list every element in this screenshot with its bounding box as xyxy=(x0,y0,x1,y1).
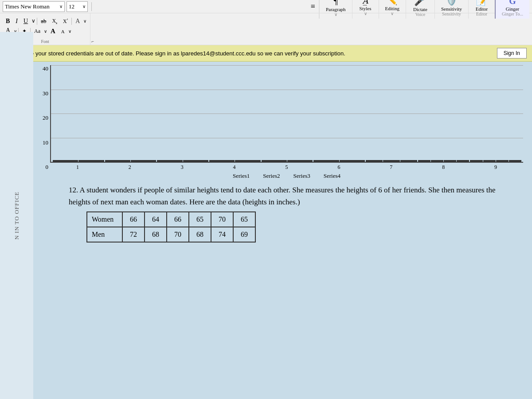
bar-8-s1 xyxy=(418,160,430,162)
table-row-women: Women 66 64 66 65 70 65 xyxy=(87,212,255,227)
bar-5-s1 xyxy=(262,160,287,162)
hamburger-menu[interactable]: ≡ xyxy=(307,0,319,19)
bar-group-4 xyxy=(209,160,261,162)
w-val-6: 65 xyxy=(233,212,255,227)
small-a-button[interactable]: A xyxy=(59,28,67,35)
w-val-4: 65 xyxy=(189,212,211,227)
bar-9-s4 xyxy=(509,160,521,162)
editor-icon: 📝 xyxy=(476,0,487,5)
font-size-selector[interactable]: 12 ∨ xyxy=(66,1,88,12)
women-label: Women xyxy=(87,212,122,227)
bar-group-7 xyxy=(366,160,417,162)
subscript-button[interactable]: X₂ xyxy=(50,17,59,26)
strikethrough-button[interactable]: ab xyxy=(39,17,48,26)
paragraph-button[interactable]: ¶ Paragraph ∨ xyxy=(319,0,352,19)
x-label-7: 7 xyxy=(365,164,417,171)
a-chevron: ∨ xyxy=(68,29,71,34)
m-val-2: 68 xyxy=(145,227,167,242)
table-row-men: Men 72 68 70 68 74 69 xyxy=(87,227,255,242)
x-label-4: 4 xyxy=(209,164,260,171)
series-labels: Series1 Series2 Series3 Series4 xyxy=(50,172,523,180)
toolbar-top-row: Times New Roman ∨ 12 ∨ ≡ ¶ Paragraph ∨ A… xyxy=(0,0,532,13)
bars-container xyxy=(51,65,523,162)
font-effect-button[interactable]: A xyxy=(73,17,82,26)
superscript-button[interactable]: X² xyxy=(61,17,70,26)
y-0: 0 xyxy=(46,164,49,171)
left-nav-panel: N IN TO OFFICE xyxy=(0,32,33,399)
notification-message: It looks like your stored credentials ar… xyxy=(5,50,345,57)
dictate-icon: 🎤 xyxy=(414,0,426,6)
sign-in-button[interactable]: Sign In xyxy=(497,48,527,59)
series4-label: Series4 xyxy=(324,172,340,180)
editing-button[interactable]: ✏️ Editing ∨ xyxy=(379,0,406,19)
document-area: 40 30 20 10 0 xyxy=(33,62,532,247)
m-val-5: 74 xyxy=(211,227,233,242)
y-axis: 40 30 20 10 0 xyxy=(38,65,50,171)
font-size-chevron: ∨ xyxy=(82,4,86,9)
series1-label: Series1 xyxy=(233,172,250,180)
dictate-button[interactable]: 🎤 Dictate Voice xyxy=(406,0,434,19)
font-expand-icon: ⌐ xyxy=(91,39,94,44)
x-axis-labels: 1 2 3 4 5 6 7 8 9 xyxy=(50,163,523,171)
sensitivity-label: Sensitivity xyxy=(441,6,462,12)
x-label-1: 1 xyxy=(52,164,103,171)
bar-1-s1 xyxy=(53,160,78,162)
data-table: Women 66 64 66 65 70 65 Men 72 68 70 68 … xyxy=(86,211,256,243)
paragraph-icon: ¶ xyxy=(333,0,338,6)
bar-5-s2 xyxy=(287,160,313,162)
x-label-2: 2 xyxy=(104,164,156,171)
bar-3-s1 xyxy=(157,160,182,162)
chart-plot xyxy=(50,65,523,163)
men-label: Men xyxy=(87,227,122,242)
bar-9-s1 xyxy=(470,160,482,162)
bold-button[interactable]: B xyxy=(4,17,12,26)
bar-6-s1 xyxy=(313,160,339,162)
sep xyxy=(37,18,37,25)
bar-group-9 xyxy=(470,160,521,162)
bar-7-s3 xyxy=(400,160,417,162)
x-label-8: 8 xyxy=(418,164,469,171)
sensitivity-button[interactable]: 🛡️ Sensitivity Sensitivity xyxy=(434,0,468,19)
bar-8-s4 xyxy=(457,160,469,162)
dictate-label: Dictate xyxy=(413,7,427,12)
large-a-button[interactable]: A xyxy=(48,27,58,36)
editor-sub-label: Editor xyxy=(476,12,487,16)
sensitivity-sub-label: Sensitivity xyxy=(442,12,461,16)
bar-4-s2 xyxy=(235,160,260,162)
underline-button[interactable]: U xyxy=(21,17,30,26)
bar-9-s3 xyxy=(496,160,509,162)
bar-4-s1 xyxy=(209,160,235,162)
plot-area: 1 2 3 4 5 6 7 8 9 Series1 Series2 Series… xyxy=(50,65,523,180)
bar-8-s3 xyxy=(444,160,456,162)
bar-group-3 xyxy=(157,160,208,162)
ginger-icon: G xyxy=(509,0,516,5)
ginger-button[interactable]: G Ginger Ginger To... xyxy=(495,0,529,19)
y-20: 20 xyxy=(43,114,48,121)
font-expand-button[interactable]: ⌐ xyxy=(90,13,95,45)
paragraph-label: Paragraph xyxy=(326,7,346,12)
styles-button[interactable]: A̲ Styles ∨ xyxy=(352,0,379,19)
x-label-3: 3 xyxy=(156,164,208,171)
bar-2-s1 xyxy=(105,160,130,162)
bar-1-s2 xyxy=(78,160,104,162)
italic-button[interactable]: I xyxy=(13,17,20,26)
notification-bar: It looks like your stored credentials ar… xyxy=(0,45,532,62)
sep2 xyxy=(71,18,72,25)
editing-icon: ✏️ xyxy=(387,0,397,5)
y-30: 30 xyxy=(43,90,48,97)
styles-chevron: ∨ xyxy=(364,11,367,16)
w-val-2: 64 xyxy=(145,212,167,227)
font-name-selector[interactable]: Times New Roman ∨ xyxy=(3,1,65,12)
font-effect-chevron: ∨ xyxy=(83,19,86,23)
text-content: 12. A student wonders if people of simil… xyxy=(33,180,532,247)
bar-6-s2 xyxy=(340,160,365,162)
series3-label: Series3 xyxy=(293,172,310,180)
y-10: 10 xyxy=(43,139,48,146)
editor-button[interactable]: 📝 Editor Editor xyxy=(468,0,495,19)
chart-wrapper: 40 30 20 10 0 xyxy=(38,65,523,180)
w-val-5: 70 xyxy=(211,212,233,227)
change-case-button[interactable]: Aa xyxy=(32,27,43,35)
bar-2-s2 xyxy=(131,160,156,162)
paragraph-chevron: ∨ xyxy=(334,12,337,17)
m-val-3: 70 xyxy=(167,227,189,242)
